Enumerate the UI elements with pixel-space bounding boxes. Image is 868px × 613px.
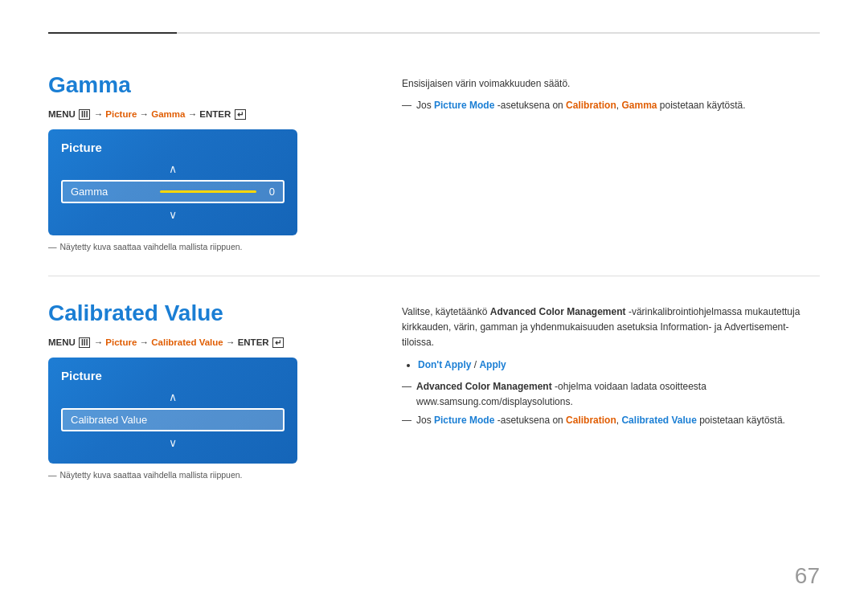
acm-note-text: Advanced Color Management [416, 381, 552, 392]
enter-icon: ↵ [235, 109, 246, 120]
cal-note2-dash: — [402, 413, 411, 428]
arrow3: → [188, 109, 200, 119]
gamma-slider-container: 0 [160, 186, 275, 198]
gamma-nav-up: ∧ [61, 162, 285, 175]
top-divider [48, 32, 820, 34]
calibrated-note-text: Näytetty kuva saattaa vaihdella mallista… [60, 470, 243, 480]
calibrated-nav-down: ∨ [61, 436, 285, 449]
calibrated-note2: — Jos Picture Mode -asetuksena on Calibr… [402, 413, 820, 428]
cal-arrow2: → [140, 337, 152, 347]
cal-arrow1: → [94, 337, 106, 347]
cal-picture-link: Picture [105, 337, 137, 347]
gamma-row: Gamma MENU III → Picture → Gamma → ENTER… [48, 72, 820, 251]
down-arrow-icon: ∨ [169, 208, 177, 221]
menu-icon: III [79, 109, 90, 120]
slash-text: / [471, 359, 479, 370]
page-container: Gamma MENU III → Picture → Gamma → ENTER… [0, 0, 868, 613]
gamma-description: Ensisijaisen värin voimakkuuden säätö. [402, 76, 820, 92]
enter-label: ENTER [199, 109, 231, 119]
gamma-left-col: Gamma MENU III → Picture → Gamma → ENTER… [48, 72, 354, 251]
up-arrow-icon: ∧ [169, 162, 177, 175]
gamma-tv-title: Picture [61, 141, 285, 154]
menu-label: MENU [48, 109, 76, 119]
gamma-note: — Näytetty kuva saattaa vaihdella mallis… [48, 242, 354, 251]
gamma-menu-item[interactable]: Gamma 0 [61, 180, 285, 203]
calibrated-right-col: Valitse, käytetäänkö Advanced Color Mana… [402, 300, 820, 480]
gamma-right-col: Ensisijaisen värin voimakkuuden säätö. —… [402, 72, 820, 251]
note-content: Jos Picture Mode -asetuksena on Calibrat… [416, 98, 746, 113]
arrow1: → [94, 109, 106, 119]
gamma-title: Gamma [48, 72, 354, 98]
calibrated-left-col: Calibrated Value MENU III → Picture → Ca… [48, 300, 354, 480]
cal-desc-prefix: Valitse, käytetäänkö [402, 306, 490, 317]
cal-note2-mid: -asetuksena on [494, 415, 566, 426]
cal-note1-dash: — [402, 379, 411, 410]
calibrated-note: — Näytetty kuva saattaa vaihdella mallis… [48, 470, 354, 480]
calibrated-nav-up: ∧ [61, 390, 285, 403]
calibrated-tv-title: Picture [61, 369, 285, 382]
picture-mode-text: Picture Mode [434, 100, 494, 111]
gamma-slider-bar[interactable] [160, 190, 256, 193]
dont-apply-item: Don't Apply / Apply [418, 358, 820, 373]
calibrated-note1: — Advanced Color Management -ohjelma voi… [402, 379, 820, 410]
note-dash: — [402, 98, 411, 113]
cal-note2-prefix: Jos [416, 415, 434, 426]
picture-link: Picture [105, 109, 137, 119]
cal-menu-label: MENU [48, 337, 76, 347]
calibrated-menu-path: MENU III → Picture → Calibrated Value → … [48, 337, 354, 348]
cal-menu-icon: III [79, 337, 90, 348]
cal-enter-icon: ↵ [272, 337, 284, 348]
cal-down-arrow-icon: ∨ [169, 436, 177, 449]
calibrated-item-name: Calibrated Value [71, 414, 147, 426]
apply-text: Apply [479, 359, 506, 370]
cal-enter-label: ENTER [238, 337, 269, 347]
gamma-tv-box: Picture ∧ Gamma 0 ∨ [48, 129, 297, 235]
dont-apply-text: Don't Apply [418, 359, 471, 370]
page-number: 67 [795, 563, 820, 589]
calibrated-description: Valitse, käytetäänkö Advanced Color Mana… [402, 304, 820, 351]
acm-text: Advanced Color Management [490, 306, 626, 317]
gamma-section: Gamma MENU III → Picture → Gamma → ENTER… [48, 72, 820, 251]
cal-note1-content: Advanced Color Management -ohjelma voida… [416, 379, 820, 410]
calibrated-section: Calibrated Value MENU III → Picture → Ca… [48, 300, 820, 480]
note-mid: -asetuksena on [494, 100, 566, 111]
calibrated-bullet-list: Don't Apply / Apply [418, 358, 820, 373]
gamma-note-text: Näytetty kuva saattaa vaihdella mallista… [60, 242, 243, 251]
calibrated-menu-item[interactable]: Calibrated Value [61, 408, 285, 431]
note-end: poistetaan käytöstä. [657, 100, 745, 111]
cal-arrow3: → [226, 337, 238, 347]
cal-up-arrow-icon: ∧ [169, 390, 177, 403]
cal-value-link: Calibrated Value [151, 337, 223, 347]
section-divider [48, 276, 820, 276]
calibration-text: Calibration [566, 100, 616, 111]
calibrated-title: Calibrated Value [48, 300, 354, 326]
calibrated-row: Calibrated Value MENU III → Picture → Ca… [48, 300, 820, 480]
cal-note2-content: Jos Picture Mode -asetuksena on Calibrat… [416, 413, 785, 428]
arrow2: → [140, 109, 152, 119]
gamma-right-note: — Jos Picture Mode -asetuksena on Calibr… [402, 98, 820, 113]
gamma-link: Gamma [151, 109, 185, 119]
calibrated-tv-box: Picture ∧ Calibrated Value ∨ [48, 358, 297, 464]
cal-calibrated-value-text: Calibrated Value [621, 415, 696, 426]
gamma-nav-down: ∨ [61, 208, 285, 221]
cal-note2-end: poistetaan käytöstä. [697, 415, 785, 426]
gamma-slider-value: 0 [263, 186, 275, 198]
gamma-note-link: Gamma [621, 100, 657, 111]
gamma-menu-path: MENU III → Picture → Gamma → ENTER ↵ [48, 109, 354, 120]
cal-calibration-text: Calibration [566, 415, 616, 426]
gamma-item-name: Gamma [71, 186, 108, 198]
cal-picture-mode: Picture Mode [434, 415, 494, 426]
note-prefix: Jos [416, 100, 434, 111]
